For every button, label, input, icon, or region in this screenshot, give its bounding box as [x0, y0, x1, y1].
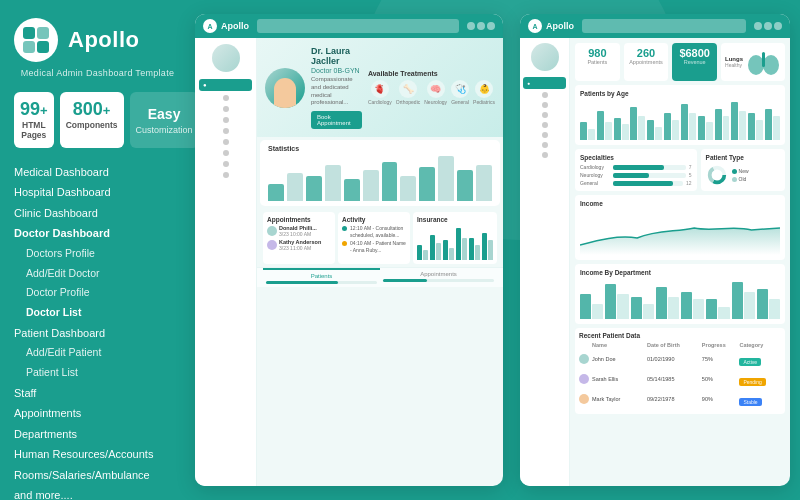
general-label: General — [451, 99, 469, 105]
age-bar-light-7 — [706, 122, 713, 140]
pt-dob-row3: 09/22/1978 — [647, 396, 699, 402]
legend-dot-2 — [732, 177, 737, 182]
sidebar-dot-1 — [223, 95, 229, 101]
center-bar-6 — [382, 162, 398, 201]
nav-clinic-dashboard[interactable]: Clinic Dashboard — [14, 203, 181, 223]
right-stat-appt-lbl: Appointments — [629, 59, 664, 65]
ins-bar-secondary-2 — [449, 248, 454, 261]
nav-hospital-dashboard[interactable]: Hospital Dashboard — [14, 183, 181, 203]
nav-doctor-list[interactable]: Doctor List — [14, 304, 181, 323]
ins-group-0 — [417, 245, 428, 260]
logo-icon — [14, 18, 58, 62]
age-group-10 — [748, 113, 763, 140]
nav-doctor-dashboard[interactable]: Doctor Dashboard — [14, 224, 181, 244]
neurology-label: Neurology — [424, 99, 447, 105]
age-bar-0 — [580, 122, 587, 140]
center-bar-3 — [325, 165, 341, 202]
left-panel: Apollo Medical Admin Dashboard Template … — [0, 0, 195, 500]
age-bar-light-3 — [638, 116, 645, 140]
nav-medical-dashboard[interactable]: Medical Dashboard — [14, 162, 181, 182]
table-row-2: Sarah Ellis 05/14/1985 50% Pending — [579, 370, 781, 388]
legend-label-2: Old — [739, 176, 747, 182]
browser-icon-dot-2 — [477, 22, 485, 30]
insurance-bar-chart — [417, 225, 493, 260]
orthopedic-icon: 🦴 — [399, 80, 417, 98]
feature-stats-row: 99+ HTML Pages 800+ Components Easy Cust… — [14, 92, 181, 148]
age-bar-1 — [597, 111, 604, 140]
legend-label-1: New — [739, 168, 749, 174]
nav-rooms-salaries[interactable]: Rooms/Salaries/Ambulance — [14, 465, 181, 485]
nav-doctor-profile[interactable]: Doctor Profile — [14, 284, 181, 303]
tab-appointments[interactable]: Appointments — [380, 268, 497, 287]
right-sidebar-item-active[interactable]: ● — [523, 77, 566, 89]
statistics-section: Statistics — [260, 140, 500, 206]
r-sidebar-dot-5 — [542, 132, 548, 138]
nav-departments[interactable]: Departments — [14, 424, 181, 444]
dept-bar-light-6 — [744, 292, 755, 320]
url-bar-center[interactable] — [257, 19, 459, 33]
age-group-4 — [647, 120, 662, 140]
tab-patients-progress-fill — [266, 281, 338, 284]
legend-dot-1 — [732, 169, 737, 174]
dept-bar-6 — [732, 282, 743, 320]
nav-hr-accounts[interactable]: Human Resources/Accounts — [14, 445, 181, 465]
lung-info: Lungs Healthy — [725, 56, 743, 68]
nav-list: Medical Dashboard Hospital Dashboard Cli… — [14, 162, 181, 500]
age-group-9 — [731, 102, 746, 140]
dept-group-5 — [706, 299, 729, 319]
pt-col-progress: Progress — [702, 342, 737, 348]
ins-group-5 — [482, 233, 493, 261]
tab-patients[interactable]: Patients — [263, 268, 380, 287]
sidebar-dot-5 — [223, 139, 229, 145]
pt-progress-row2: 50% — [702, 376, 737, 382]
age-bar-10 — [748, 113, 755, 140]
pt-avatar-row2 — [579, 374, 589, 384]
center-bar-8 — [419, 167, 435, 201]
spec-bar-fill-3 — [613, 181, 673, 186]
dept-bar-3 — [656, 287, 667, 320]
browser-icon-dot-1 — [467, 22, 475, 30]
age-group-0 — [580, 122, 595, 140]
r-sidebar-dot-4 — [542, 122, 548, 128]
sidebar-item-active[interactable]: ● — [199, 79, 252, 91]
sidebar-dot-3 — [223, 117, 229, 123]
dept-bar-0 — [580, 294, 591, 319]
center-dashboard-panel: A Apollo ● — [195, 14, 503, 486]
sidebar-dot-4 — [223, 128, 229, 134]
book-appointment-btn[interactable]: Book Appointment — [311, 111, 362, 129]
spec-value-3: 12 — [686, 180, 692, 186]
ins-bar-secondary-3 — [462, 238, 467, 261]
nav-and-more[interactable]: and more.... — [14, 486, 181, 500]
specialties-card: Specialties Cardiology 7 Neurology — [575, 149, 697, 191]
pt-badge-row3: Stable — [739, 390, 781, 408]
nav-patient-list[interactable]: Patient List — [14, 364, 181, 383]
right-dashboard-panel: A Apollo ● 980 P — [520, 14, 790, 486]
specialties-title: Specialties — [580, 154, 692, 161]
dept-bar-light-1 — [617, 294, 628, 319]
sidebar-dot-2 — [223, 106, 229, 112]
treatment-orthopedic: 🦴 Orthopedic — [396, 80, 420, 105]
nav-staff[interactable]: Staff — [14, 383, 181, 403]
nav-patient-dashboard[interactable]: Patient Dashboard — [14, 323, 181, 343]
svg-rect-1 — [37, 27, 49, 39]
center-bar-2 — [306, 176, 322, 201]
treatment-icons-row: 🫀 Cardiology 🦴 Orthopedic 🧠 Neurology — [368, 80, 495, 105]
brand-name: Apollo — [68, 27, 139, 53]
ins-bar-primary-1 — [430, 235, 435, 260]
right-stat-patients-lbl: Patients — [580, 59, 615, 65]
pt-badge-row1: Active — [739, 350, 781, 368]
nav-add-edit-doctor[interactable]: Add/Edit Doctor — [14, 264, 181, 283]
stat-pages-label: HTML Pages — [20, 120, 48, 140]
nav-add-edit-patient[interactable]: Add/Edit Patient — [14, 344, 181, 363]
cardiology-icon: 🫀 — [371, 80, 389, 98]
orthopedic-label: Orthopedic — [396, 99, 420, 105]
center-bar-5 — [363, 170, 379, 201]
patient-detail-2: 3/23 11:00 AM — [279, 245, 331, 251]
tab-appointments-label: Appointments — [420, 271, 457, 277]
nav-appointments[interactable]: Appointments — [14, 404, 181, 424]
spec-value-1: 7 — [689, 164, 692, 170]
insurance-card-title: Insurance — [417, 216, 493, 223]
url-bar-right[interactable] — [582, 19, 746, 33]
activity-dot-1 — [342, 226, 347, 231]
nav-doctors-profile[interactable]: Doctors Profile — [14, 244, 181, 263]
